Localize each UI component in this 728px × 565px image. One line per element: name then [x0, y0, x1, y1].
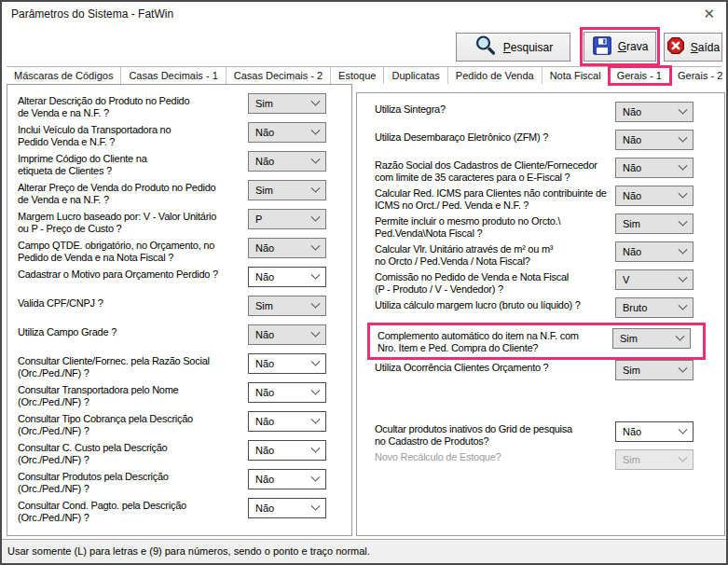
dropdown-value: Não — [255, 271, 312, 282]
setting-dropdown[interactable]: Não — [248, 238, 326, 258]
setting-row: Utiliza cálculo margem lucro (bruto ou l… — [375, 297, 694, 325]
chevron-down-icon — [311, 96, 321, 105]
setting-dropdown[interactable]: Não — [248, 267, 326, 287]
chevron-down-icon — [311, 414, 321, 423]
setting-dropdown[interactable]: Não — [248, 151, 326, 172]
setting-dropdown[interactable]: Sim — [248, 93, 326, 114]
setting-label: Utiliza cálculo margem lucro (bruto ou l… — [375, 297, 615, 311]
setting-dropdown[interactable]: V — [615, 269, 694, 290]
grava-button[interactable]: Grava — [584, 32, 656, 62]
setting-dropdown[interactable]: Sim — [612, 328, 691, 349]
grava-label: Grava — [618, 40, 649, 53]
chevron-down-icon — [679, 452, 688, 462]
setting-row: Valida CPF/CNPJ ? Sim — [18, 296, 326, 324]
chevron-down-icon — [311, 298, 321, 308]
setting-row: Alterar Descrição do Produto no Pedido d… — [18, 93, 326, 122]
setting-dropdown[interactable]: Não — [615, 186, 694, 206]
right-settings-panel: Utiliza Sintegra? Não Utiliza Desembaraç… — [356, 92, 725, 536]
pesquisar-button[interactable]: Pesquisar — [456, 33, 570, 62]
setting-label: Utiliza Sintegra? — [375, 102, 615, 116]
setting-row: Calcular Vlr. Unitário através de m² ou … — [375, 241, 694, 269]
chevron-down-icon — [311, 356, 321, 365]
tab[interactable]: Pedido de Venda — [448, 67, 543, 84]
setting-dropdown[interactable]: Não — [248, 411, 326, 432]
setting-dropdown[interactable]: Sim — [615, 449, 694, 470]
save-icon — [592, 35, 612, 59]
dropdown-value: Não — [623, 246, 680, 257]
setting-dropdown[interactable]: P — [248, 209, 326, 229]
chevron-down-icon — [311, 501, 321, 510]
setting-dropdown[interactable]: Não — [615, 102, 694, 122]
setting-label: Calcular Vlr. Unitário através de m² ou … — [375, 241, 615, 268]
dropdown-value: Não — [255, 474, 312, 485]
tab[interactable]: Casas Decimais - 1 — [121, 67, 226, 84]
setting-row: Utiliza Campo Grade ? Não — [18, 324, 326, 353]
setting-label: Consultar Cond. Pagto. pela Descrição (O… — [18, 498, 248, 524]
dropdown-value: Não — [255, 358, 312, 369]
dropdown-value: Não — [623, 162, 680, 173]
setting-row: Complemento automático do item na N.F. c… — [367, 323, 706, 360]
chevron-down-icon — [311, 212, 321, 221]
status-bar: Usar somente (L) para letras e (9) para … — [2, 539, 726, 563]
dropdown-value: Não — [255, 242, 312, 254]
tab[interactable]: Gerais - 2 — [670, 67, 728, 84]
dropdown-value: Não — [623, 190, 680, 201]
setting-dropdown[interactable]: Não — [615, 421, 694, 442]
tab[interactable]: Gerais - 1 — [610, 67, 670, 84]
setting-dropdown[interactable]: Não — [248, 440, 326, 461]
close-icon[interactable]: ✕ — [703, 6, 715, 22]
setting-label: Complemento automático do item na N.F. c… — [378, 328, 612, 354]
setting-row: Utiliza Sintegra? Não — [375, 102, 694, 130]
chevron-down-icon — [311, 269, 321, 279]
tab[interactable]: Máscaras de Códigos — [7, 67, 121, 84]
dropdown-value: Não — [623, 426, 680, 437]
chevron-down-icon — [679, 363, 688, 372]
tab[interactable]: Estoque — [331, 67, 384, 84]
tab[interactable]: Casas Decimais - 2 — [227, 67, 331, 84]
setting-dropdown[interactable]: Não — [248, 469, 326, 489]
setting-dropdown[interactable]: Não — [248, 324, 326, 345]
search-icon — [474, 34, 498, 61]
setting-label: Campo QTDE. obrigatório, no Orçamento, n… — [18, 238, 248, 264]
setting-dropdown[interactable]: Sim — [248, 180, 326, 200]
setting-row: Ocultar produtos inativos do Grid de pes… — [375, 421, 694, 449]
setting-dropdown[interactable]: Não — [248, 498, 326, 518]
chevron-down-icon — [679, 216, 688, 226]
setting-row: Consultar Transportadora pelo Nome (Orc.… — [18, 382, 326, 411]
setting-row: Comissão no Pedido de Venda e Nota Fisca… — [375, 269, 694, 297]
dropdown-value: Não — [255, 445, 312, 456]
dropdown-value: Não — [255, 416, 312, 427]
dropdown-value: Sim — [620, 333, 677, 344]
chevron-down-icon — [311, 327, 321, 337]
setting-dropdown[interactable]: Sim — [615, 214, 694, 234]
dropdown-value: Não — [255, 329, 312, 340]
dropdown-value: Sim — [255, 300, 312, 311]
dropdown-value: V — [623, 274, 680, 285]
setting-dropdown[interactable]: Não — [248, 122, 326, 143]
setting-dropdown[interactable]: Sim — [248, 296, 326, 316]
setting-label: Utiliza Campo Grade ? — [18, 324, 248, 338]
setting-row: Razão Social dos Cadastros de Cliente/Fo… — [375, 158, 694, 186]
setting-dropdown[interactable]: Não — [248, 382, 326, 403]
setting-dropdown[interactable]: Bruto — [615, 297, 694, 318]
setting-row: Consultar Cliente/Fornec. pela Razão Soc… — [18, 353, 326, 382]
dropdown-value: Sim — [255, 98, 312, 109]
setting-row: Utiliza Desembaraço Eletrônico (ZFM) ? N… — [375, 130, 694, 158]
saida-button[interactable]: Saída — [664, 33, 722, 62]
chevron-down-icon — [679, 300, 688, 310]
setting-label: Cadastrar o Motivo para Orçamento Perdid… — [18, 267, 248, 281]
dropdown-value: P — [255, 214, 312, 225]
setting-dropdown[interactable]: Não — [615, 158, 694, 178]
setting-label: Consultar C. Custo pela Descrição (Orc./… — [18, 440, 248, 466]
setting-dropdown[interactable]: Não — [615, 130, 694, 150]
dropdown-value: Sim — [623, 454, 680, 465]
saida-label: Saída — [691, 41, 720, 54]
chevron-down-icon — [679, 132, 688, 142]
setting-dropdown[interactable]: Não — [615, 241, 694, 262]
tab[interactable]: Nota Fiscal — [543, 67, 610, 84]
setting-label: Imprime Código do Cliente na etiqueta de… — [18, 151, 248, 177]
setting-dropdown[interactable]: Sim — [615, 360, 694, 380]
chevron-down-icon — [311, 443, 321, 452]
tab[interactable]: Duplicatas — [384, 67, 447, 84]
setting-dropdown[interactable]: Não — [248, 353, 326, 374]
